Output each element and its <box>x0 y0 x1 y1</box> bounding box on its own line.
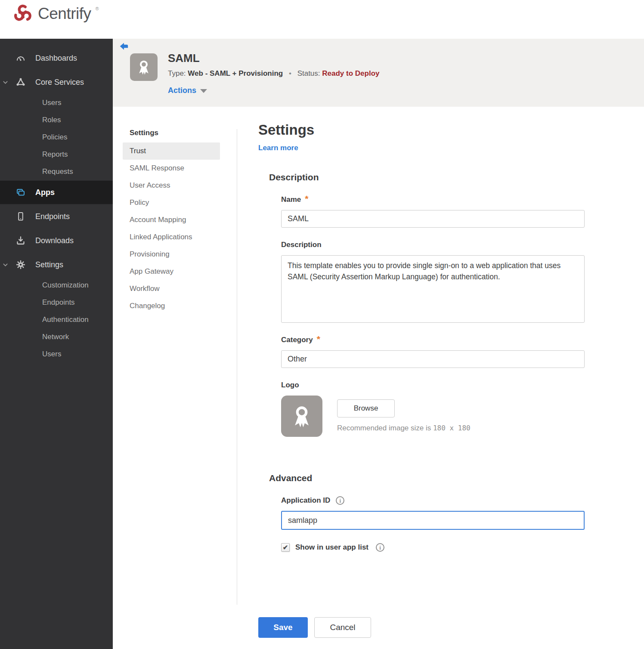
actions-label: Actions <box>168 86 196 95</box>
sidebar-item-requests[interactable]: Requests <box>0 163 113 180</box>
app-logo-badge <box>130 53 158 81</box>
settings-subnav: Settings Trust SAML Response User Access… <box>123 126 220 315</box>
info-icon[interactable] <box>336 496 344 505</box>
save-button[interactable]: Save <box>258 617 308 638</box>
subnav-item-saml-response[interactable]: SAML Response <box>123 160 220 177</box>
app-header: SAML Type: Web - SAML + Provisioning • S… <box>113 39 644 107</box>
chevron-down-icon[interactable] <box>2 262 9 268</box>
sidebar-item-label: Core Services <box>35 78 84 87</box>
description-label: Description <box>281 241 585 249</box>
sidebar-item-roles[interactable]: Roles <box>0 111 113 129</box>
sidebar-item-settings-endpoints[interactable]: Endpoints <box>0 294 113 311</box>
apps-icon <box>15 187 26 198</box>
browse-button[interactable]: Browse <box>337 399 395 417</box>
description-section-heading: Description <box>269 172 585 182</box>
download-icon <box>15 235 26 246</box>
cancel-button[interactable]: Cancel <box>314 617 371 638</box>
mobile-phone-icon <box>15 211 26 222</box>
info-icon[interactable] <box>376 543 384 552</box>
sidebar-item-network[interactable]: Network <box>0 328 113 346</box>
sidebar: Dashboards Core Services Users Roles Pol… <box>0 39 113 649</box>
subnav-item-app-gateway[interactable]: App Gateway <box>123 263 220 280</box>
sidebar-item-label: Apps <box>35 188 55 197</box>
subnav-item-policy[interactable]: Policy <box>123 194 220 211</box>
gear-icon <box>15 260 26 270</box>
brand-name: Centrify <box>38 3 91 25</box>
name-field[interactable] <box>281 210 585 228</box>
category-label: Category * <box>281 336 585 344</box>
required-asterisk: * <box>305 195 308 202</box>
vertical-divider <box>237 129 237 605</box>
category-field[interactable] <box>281 350 585 368</box>
sidebar-item-label: Endpoints <box>35 212 70 221</box>
actions-dropdown[interactable]: Actions <box>168 86 207 95</box>
sidebar-item-users[interactable]: Users <box>0 94 113 111</box>
settings-panel: Settings Learn more Description Name * D… <box>258 122 585 638</box>
required-asterisk: * <box>317 336 320 342</box>
brand-logo: Centrify ® <box>12 3 99 27</box>
sidebar-item-apps[interactable]: Apps <box>0 180 113 204</box>
learn-more-link[interactable]: Learn more <box>258 144 298 152</box>
page-title: SAML <box>168 52 200 65</box>
description-field[interactable]: This template enables you to provide sin… <box>281 255 585 323</box>
chevron-down-icon[interactable] <box>2 79 9 86</box>
subnav-item-provisioning[interactable]: Provisioning <box>123 246 220 263</box>
type-value: Web - SAML + Provisioning <box>188 69 283 77</box>
show-in-user-app-list-row: Show in user app list <box>281 543 585 552</box>
application-id-label: Application ID <box>281 496 585 505</box>
gauge-icon <box>15 53 26 63</box>
sidebar-item-reports[interactable]: Reports <box>0 146 113 163</box>
subnav-title: Settings <box>123 126 220 142</box>
registered-mark: ® <box>95 6 99 11</box>
show-in-user-app-list-label: Show in user app list <box>295 543 368 552</box>
recommended-size-value: 180 x 180 <box>433 424 471 432</box>
subnav-item-changelog[interactable]: Changelog <box>123 297 220 315</box>
sidebar-item-core-services[interactable]: Core Services <box>0 70 113 94</box>
status-label: Status: <box>297 69 320 77</box>
panel-title: Settings <box>258 122 585 138</box>
separator: • <box>289 69 291 77</box>
page: Centrify ® Dashboards Core Services User… <box>0 0 644 649</box>
subnav-item-trust[interactable]: Trust <box>123 142 220 160</box>
sidebar-item-label: Downloads <box>35 236 74 245</box>
type-label: Type: <box>168 69 186 77</box>
sidebar-item-authentication[interactable]: Authentication <box>0 311 113 328</box>
app-meta: Type: Web - SAML + Provisioning • Status… <box>168 69 379 78</box>
subnav-item-linked-applications[interactable]: Linked Applications <box>123 229 220 246</box>
status-badge: Ready to Deploy <box>322 69 379 77</box>
sidebar-item-customization[interactable]: Customization <box>0 277 113 294</box>
sidebar-item-policies[interactable]: Policies <box>0 129 113 146</box>
application-id-field[interactable] <box>281 511 585 530</box>
subnav-item-workflow[interactable]: Workflow <box>123 280 220 297</box>
sidebar-item-downloads[interactable]: Downloads <box>0 229 113 253</box>
recommended-size-hint: Recommended image size is 180 x 180 <box>337 424 471 433</box>
sidebar-item-settings[interactable]: Settings <box>0 253 113 277</box>
logo-preview <box>281 396 322 437</box>
molecule-icon <box>15 77 26 87</box>
name-label: Name * <box>281 195 585 204</box>
sidebar-item-label: Dashboards <box>35 54 77 63</box>
sidebar-item-label: Settings <box>35 260 63 269</box>
sidebar-item-endpoints[interactable]: Endpoints <box>0 204 113 229</box>
sidebar-item-dashboards[interactable]: Dashboards <box>0 46 113 70</box>
subnav-item-account-mapping[interactable]: Account Mapping <box>123 211 220 229</box>
sidebar-item-settings-users[interactable]: Users <box>0 346 113 363</box>
show-in-user-app-list-checkbox[interactable] <box>281 543 290 552</box>
chevron-down-icon <box>200 89 207 93</box>
top-bar: Centrify ® <box>0 0 644 39</box>
centrify-swirl-icon <box>12 3 34 27</box>
subnav-item-user-access[interactable]: User Access <box>123 177 220 194</box>
logo-label: Logo <box>281 381 585 389</box>
advanced-section-heading: Advanced <box>269 473 585 483</box>
back-arrow-icon[interactable] <box>119 42 129 51</box>
